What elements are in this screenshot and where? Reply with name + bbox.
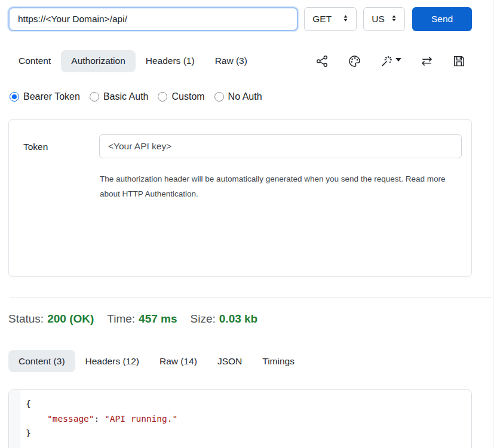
time-group: Time: 457 ms xyxy=(107,312,177,326)
send-button[interactable]: Send xyxy=(412,7,472,31)
region-select[interactable]: US xyxy=(363,7,405,31)
chevron-down-icon xyxy=(395,58,401,62)
request-bar: GET US Send xyxy=(8,7,472,31)
tab-raw[interactable]: Raw (3) xyxy=(205,50,257,72)
status-value: 200 (OK) xyxy=(47,312,94,326)
size-label: Size: xyxy=(191,312,216,326)
resp-tab-headers[interactable]: Headers (12) xyxy=(75,350,149,372)
time-label: Time: xyxy=(107,312,135,326)
method-select[interactable]: GET xyxy=(304,7,357,31)
response-tabs-row: Content (3) Headers (12) Raw (14) JSON T… xyxy=(8,350,305,372)
json-value: "API running." xyxy=(105,414,177,424)
radio-label: No Auth xyxy=(228,91,262,102)
response-json: { "message": "API running." } xyxy=(20,390,471,448)
region-select-value: US xyxy=(372,14,385,24)
url-input[interactable] xyxy=(8,7,298,31)
radio-button-icon xyxy=(158,92,167,102)
code-line: } xyxy=(26,426,471,441)
save-icon[interactable] xyxy=(452,54,466,68)
method-select-value: GET xyxy=(312,14,332,24)
palette-icon[interactable] xyxy=(348,54,361,68)
radio-bearer-token[interactable]: Bearer Token xyxy=(10,91,80,102)
request-tabs-row: Content Authorization Headers (1) Raw (3… xyxy=(8,50,472,72)
magic-wand-icon xyxy=(380,54,394,68)
auth-type-options: Bearer Token Basic Auth Custom No Auth xyxy=(10,91,262,102)
tab-headers[interactable]: Headers (1) xyxy=(136,50,205,72)
status-group: Status: 200 (OK) xyxy=(8,312,94,326)
toolbar-icons xyxy=(315,54,466,68)
select-arrows-icon xyxy=(341,14,350,25)
swap-arrows-icon[interactable] xyxy=(420,54,434,68)
token-help-text: The authorization header will be automat… xyxy=(100,171,455,201)
tab-content[interactable]: Content xyxy=(8,50,61,72)
share-icon[interactable] xyxy=(315,54,329,68)
code-line: { xyxy=(26,397,471,412)
radio-no-auth[interactable]: No Auth xyxy=(214,91,262,102)
radio-button-icon xyxy=(10,92,19,102)
time-value: 457 ms xyxy=(139,312,177,326)
radio-label: Basic Auth xyxy=(103,91,149,102)
tab-authorization[interactable]: Authorization xyxy=(61,50,135,72)
resp-tab-raw[interactable]: Raw (14) xyxy=(149,350,207,372)
select-arrows-icon xyxy=(389,14,398,25)
token-field-label: Token xyxy=(23,142,48,152)
radio-label: Bearer Token xyxy=(23,91,80,102)
size-value: 0.03 kb xyxy=(219,312,257,326)
response-body-panel: { "message": "API running." } xyxy=(8,389,472,448)
section-divider xyxy=(10,297,492,297)
response-status-bar: Status: 200 (OK) Time: 457 ms Size: 0.03… xyxy=(8,312,257,326)
magic-wand-dropdown[interactable] xyxy=(380,54,401,68)
size-group: Size: 0.03 kb xyxy=(191,312,258,326)
resp-tab-timings[interactable]: Timings xyxy=(252,350,305,372)
resp-tab-content[interactable]: Content (3) xyxy=(8,350,75,372)
resp-tab-json[interactable]: JSON xyxy=(207,350,252,372)
json-key: "message" xyxy=(47,414,94,424)
radio-button-icon xyxy=(90,92,99,102)
token-panel: Token The authorization header will be a… xyxy=(8,119,472,277)
radio-custom[interactable]: Custom xyxy=(158,91,204,102)
radio-button-icon xyxy=(214,92,224,102)
page-right-edge xyxy=(493,0,493,448)
code-line: "message": "API running." xyxy=(26,412,471,426)
radio-label: Custom xyxy=(171,91,204,102)
token-input[interactable] xyxy=(99,134,462,158)
code-gutter xyxy=(9,390,20,448)
radio-basic-auth[interactable]: Basic Auth xyxy=(90,91,149,102)
status-label: Status: xyxy=(8,312,44,326)
